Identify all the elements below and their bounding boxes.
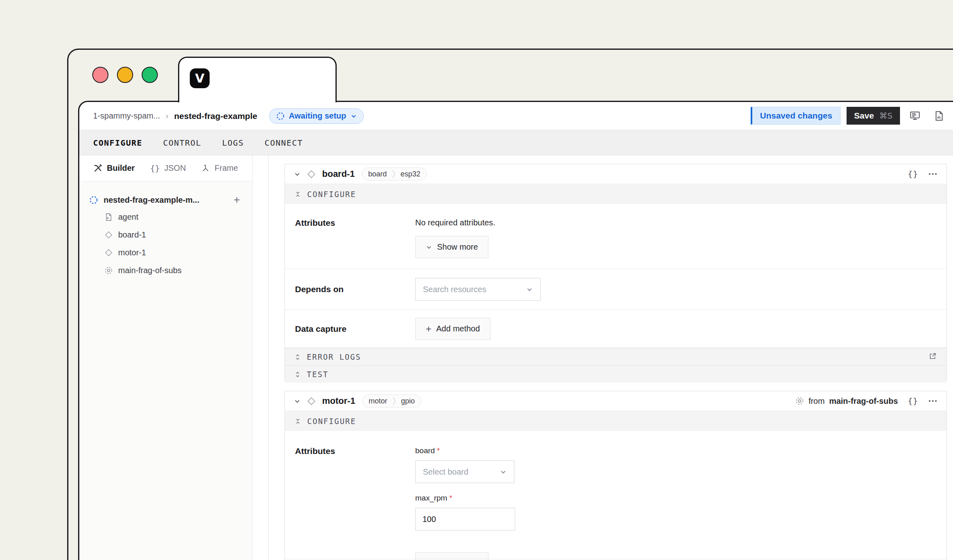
ellipsis-icon bbox=[928, 169, 938, 179]
chevron-down-icon bbox=[526, 286, 533, 293]
close-window-button[interactable] bbox=[92, 67, 108, 83]
tab-logs[interactable]: LOGS bbox=[222, 138, 244, 148]
no-required-attributes-text: No required attributes. bbox=[415, 218, 947, 227]
machine-nav-tabs: CONFIGURE CONTROL LOGS CONNECT bbox=[79, 130, 953, 155]
add-method-button[interactable]: + Add method bbox=[415, 318, 490, 340]
chevron-down-icon bbox=[350, 113, 357, 119]
depends-on-label: Depends on bbox=[285, 284, 415, 294]
card-menu-button[interactable] bbox=[928, 169, 938, 179]
tree-item-board-1[interactable]: board-1 bbox=[89, 226, 240, 244]
collapse-vertical-icon bbox=[295, 418, 301, 424]
resource-tree: nested-frag-example-m... + agent boar bbox=[79, 181, 252, 279]
collapse-card-button[interactable] bbox=[294, 398, 301, 405]
resources-sidebar: Builder {} JSON Frame bbox=[79, 155, 253, 560]
tree-root-machine[interactable]: nested-frag-example-m... + bbox=[89, 192, 240, 208]
machine-terminal-button[interactable] bbox=[906, 107, 924, 125]
pill-separator-icon bbox=[392, 397, 396, 405]
save-button[interactable]: Save ⌘S bbox=[847, 107, 900, 125]
resource-cards: board-1 board esp32 {} bbox=[269, 155, 953, 560]
minimize-window-button[interactable] bbox=[117, 67, 133, 83]
card-header: motor-1 motor gpio from m bbox=[285, 391, 947, 411]
expand-vertical-icon bbox=[295, 354, 301, 360]
machine-history-button[interactable] bbox=[930, 107, 948, 125]
error-logs-label: ERROR LOGS bbox=[307, 352, 361, 361]
collapse-section-button[interactable] bbox=[295, 191, 301, 197]
collapse-card-button[interactable] bbox=[294, 171, 301, 178]
tree-item-label: motor-1 bbox=[118, 248, 146, 257]
depends-on-select[interactable]: Search resources bbox=[415, 278, 541, 301]
component-diamond-icon bbox=[104, 248, 113, 257]
view-json-button[interactable]: {} bbox=[908, 169, 918, 179]
open-logs-button[interactable] bbox=[928, 352, 937, 361]
from-prefix: from bbox=[809, 397, 825, 406]
tab-connect[interactable]: CONNECT bbox=[265, 138, 303, 148]
configure-section-bar[interactable]: CONFIGURE bbox=[285, 411, 947, 431]
attributes-row: Attributes No required attributes. Show … bbox=[285, 204, 947, 269]
breadcrumb-location[interactable]: 1-spammy-spam... bbox=[93, 111, 160, 121]
error-logs-bar[interactable]: ERROR LOGS bbox=[285, 348, 947, 365]
show-more-label: Show more bbox=[437, 242, 478, 252]
tree-item-motor-1[interactable]: motor-1 bbox=[89, 244, 240, 261]
chevron-down-icon bbox=[426, 244, 432, 250]
frame-axes-icon bbox=[201, 164, 210, 173]
resource-model: gpio bbox=[401, 397, 415, 405]
tree-root-label: nested-frag-example-m... bbox=[104, 195, 228, 205]
resource-type-pill: board esp32 bbox=[362, 168, 427, 180]
max-rpm-input[interactable] bbox=[415, 508, 515, 530]
configure-section-bar[interactable]: CONFIGURE bbox=[285, 184, 947, 204]
from-fragment-label: from main-frag-of-subs bbox=[795, 397, 898, 406]
machine-part-spinner-icon bbox=[89, 195, 98, 205]
view-mode-switcher: Builder {} JSON Frame bbox=[79, 155, 252, 181]
tree-item-agent[interactable]: agent bbox=[89, 208, 240, 226]
card-menu-button[interactable] bbox=[928, 396, 938, 406]
show-more-button[interactable]: Show more bbox=[415, 236, 488, 258]
breadcrumb: 1-spammy-spam... › nested-frag-example bbox=[79, 111, 257, 121]
resource-type: board bbox=[368, 170, 387, 178]
select-board[interactable]: Select board bbox=[415, 460, 514, 483]
expand-vertical-icon bbox=[295, 371, 301, 378]
required-asterisk: * bbox=[449, 494, 452, 502]
component-diamond-icon bbox=[307, 170, 316, 179]
fragment-icon bbox=[795, 397, 804, 405]
tree-item-label: main-frag-of-subs bbox=[118, 266, 182, 275]
row-divider bbox=[285, 559, 947, 559]
collapse-section-button[interactable] bbox=[295, 418, 301, 424]
chevron-down-icon bbox=[500, 469, 507, 475]
card-title: motor-1 bbox=[322, 396, 355, 406]
test-bar[interactable]: TEST bbox=[285, 365, 947, 383]
field-max-rpm: max_rpm* bbox=[415, 494, 947, 530]
tree-item-label: board-1 bbox=[118, 230, 146, 240]
document-chart-icon bbox=[934, 110, 945, 121]
mode-frame[interactable]: Frame bbox=[201, 163, 238, 173]
browser-tab[interactable]: V bbox=[178, 57, 337, 102]
pill-separator-icon bbox=[392, 170, 396, 178]
card-board-1: board-1 board esp32 {} bbox=[284, 164, 947, 381]
card-title: board-1 bbox=[322, 169, 355, 179]
mode-builder-label: Builder bbox=[107, 163, 135, 173]
mode-json[interactable]: {} JSON bbox=[150, 163, 186, 173]
resource-type-pill: motor gpio bbox=[362, 395, 421, 407]
tab-configure[interactable]: CONFIGURE bbox=[93, 138, 142, 148]
ellipsis-icon bbox=[928, 396, 938, 406]
chevron-down-icon bbox=[294, 171, 301, 178]
machine-name: nested-frag-example bbox=[174, 111, 257, 121]
mode-frame-label: Frame bbox=[214, 163, 238, 173]
mode-json-label: JSON bbox=[164, 163, 186, 173]
view-json-button[interactable]: {} bbox=[908, 396, 918, 406]
tab-control[interactable]: CONTROL bbox=[163, 138, 202, 148]
field-max-rpm-label: max_rpm bbox=[415, 494, 447, 502]
zoom-window-button[interactable] bbox=[142, 67, 158, 83]
agent-file-icon bbox=[104, 213, 113, 221]
select-board-placeholder: Select board bbox=[423, 467, 500, 477]
external-link-icon bbox=[928, 352, 937, 361]
add-resource-button[interactable]: + bbox=[233, 195, 240, 206]
configure-content: Builder {} JSON Frame bbox=[79, 155, 953, 560]
card-header: board-1 board esp32 {} bbox=[285, 164, 947, 184]
tree-item-main-frag-of-subs[interactable]: main-frag-of-subs bbox=[89, 261, 240, 279]
test-label: TEST bbox=[307, 370, 329, 379]
machine-status-badge[interactable]: Awaiting setup bbox=[269, 108, 364, 124]
field-board: board* Select board bbox=[415, 446, 947, 483]
depends-on-placeholder: Search resources bbox=[423, 285, 526, 294]
mode-builder[interactable]: Builder bbox=[93, 163, 135, 173]
app-page: 1-spammy-spam... › nested-frag-example A… bbox=[78, 101, 953, 560]
